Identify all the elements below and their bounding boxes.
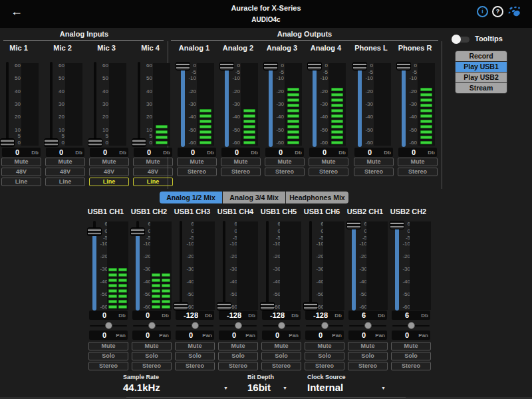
pan-knob[interactable] <box>321 322 329 329</box>
bit-depth-select[interactable]: Bit Depth 16bit ▼ <box>247 372 287 394</box>
stereo-button[interactable]: Stereo <box>132 362 172 370</box>
stereo-button[interactable]: Stereo <box>309 168 348 176</box>
pan-knob[interactable] <box>235 322 242 329</box>
pan-knob[interactable] <box>364 322 372 329</box>
pan-knob[interactable] <box>105 322 112 329</box>
line-button[interactable]: Line <box>133 178 173 186</box>
stereo-button[interactable]: Stereo <box>218 362 258 370</box>
mute-button[interactable]: Mute <box>398 158 438 166</box>
48v-button[interactable]: 48V <box>89 168 129 176</box>
stereo-button[interactable]: Stereo <box>177 168 217 176</box>
gain-value[interactable]: 0Db <box>354 148 393 157</box>
gain-value[interactable]: 0Db <box>2 148 41 157</box>
solo-button[interactable]: Solo <box>261 352 301 360</box>
mute-button[interactable]: Mute <box>354 158 394 166</box>
stereo-button[interactable]: Stereo <box>261 362 301 370</box>
stereo-button[interactable]: Stereo <box>175 362 215 370</box>
clock-source-select[interactable]: Clock Source Internal ▼ <box>307 372 386 394</box>
mute-button[interactable]: Mute <box>391 342 431 350</box>
pan-value[interactable]: 0Pan <box>262 331 301 340</box>
info-icon[interactable]: i <box>477 6 488 17</box>
stereo-button[interactable]: Stereo <box>88 362 128 370</box>
mute-button[interactable]: Mute <box>177 158 217 166</box>
mute-button[interactable]: Mute <box>348 342 388 350</box>
mute-button[interactable]: Mute <box>261 342 301 350</box>
help-icon[interactable]: ? <box>492 6 503 17</box>
gain-value[interactable]: 6Db <box>392 311 430 320</box>
pan-knob[interactable] <box>408 322 415 329</box>
stereo-button[interactable]: Stereo <box>221 168 261 176</box>
pan-value[interactable]: 0Pan <box>392 331 430 340</box>
mute-button[interactable]: Mute <box>218 342 258 350</box>
pan-knob[interactable] <box>192 322 199 329</box>
pan-slider[interactable] <box>176 322 213 330</box>
pan-value[interactable]: 0Pan <box>176 331 214 340</box>
gain-value[interactable]: 0Db <box>89 311 128 320</box>
mute-button[interactable]: Mute <box>265 158 305 166</box>
gain-value[interactable]: -128Db <box>176 311 214 320</box>
play-usb1-button[interactable]: Play USB1 <box>456 62 507 72</box>
tab-analog-3-4-mix[interactable]: Analog 3/4 Mix <box>223 192 286 203</box>
tab-analog-1-2-mix[interactable]: Analog 1/2 Mix <box>160 192 223 203</box>
solo-button[interactable]: Solo <box>305 352 344 360</box>
gain-value[interactable]: 0Db <box>90 148 128 157</box>
stereo-button[interactable]: Stereo <box>265 168 305 176</box>
line-button[interactable]: Line <box>89 178 129 186</box>
solo-button[interactable]: Solo <box>175 352 215 360</box>
48v-button[interactable]: 48V <box>45 168 85 176</box>
mute-button[interactable]: Mute <box>309 158 348 166</box>
solo-button[interactable]: Solo <box>132 352 172 360</box>
48v-button[interactable]: 48V <box>1 168 41 176</box>
gain-value[interactable]: 0Db <box>46 148 84 157</box>
play-usb2-button[interactable]: Play USB2 <box>456 72 507 83</box>
mute-button[interactable]: Mute <box>89 158 129 166</box>
tab-headphones-mix[interactable]: Headphones Mix <box>286 192 348 203</box>
stereo-button[interactable]: Stereo <box>391 362 431 370</box>
gain-value[interactable]: 6Db <box>348 311 387 320</box>
sample-rate-select[interactable]: Sample Rate 44.1kHz ▼ <box>123 372 228 394</box>
mute-button[interactable]: Mute <box>133 158 173 166</box>
mute-button[interactable]: Mute <box>1 158 41 166</box>
gain-value[interactable]: 0Db <box>309 148 348 157</box>
gain-value[interactable]: 0Db <box>178 148 216 157</box>
pan-slider[interactable] <box>349 322 386 330</box>
stereo-button[interactable]: Stereo <box>348 362 388 370</box>
mute-button[interactable]: Mute <box>132 342 172 350</box>
pan-value[interactable]: 0Pan <box>132 331 171 340</box>
record-button[interactable]: Record <box>456 51 507 62</box>
pan-slider[interactable] <box>263 322 300 330</box>
pan-slider[interactable] <box>133 322 170 330</box>
gain-value[interactable]: -128Db <box>262 311 301 320</box>
48v-button[interactable]: 48V <box>133 168 173 176</box>
solo-button[interactable]: Solo <box>391 352 431 360</box>
solo-button[interactable]: Solo <box>88 352 128 360</box>
mute-button[interactable]: Mute <box>305 342 344 350</box>
pan-knob[interactable] <box>278 322 285 329</box>
pan-slider[interactable] <box>306 322 343 330</box>
pan-value[interactable]: 0Pan <box>219 331 257 340</box>
gain-value[interactable]: 0Db <box>221 148 260 157</box>
solo-button[interactable]: Solo <box>218 352 258 360</box>
pan-slider[interactable] <box>392 322 430 330</box>
gain-value[interactable]: -128Db <box>219 311 257 320</box>
stereo-button[interactable]: Stereo <box>305 362 344 370</box>
line-button[interactable]: Line <box>1 178 41 186</box>
stream-button[interactable]: Stream <box>456 83 507 93</box>
pan-value[interactable]: 0Pan <box>348 331 387 340</box>
pan-knob[interactable] <box>148 322 156 329</box>
pan-slider[interactable] <box>219 322 257 330</box>
mute-button[interactable]: Mute <box>88 342 128 350</box>
gain-value[interactable]: 0Db <box>265 148 304 157</box>
mute-button[interactable]: Mute <box>45 158 85 166</box>
pan-value[interactable]: 0Pan <box>89 331 128 340</box>
gain-value[interactable]: -128Db <box>305 311 344 320</box>
gain-value[interactable]: 0Db <box>398 148 437 157</box>
solo-button[interactable]: Solo <box>348 352 388 360</box>
mute-button[interactable]: Mute <box>221 158 261 166</box>
gain-value[interactable]: 0Db <box>134 148 172 157</box>
stereo-button[interactable]: Stereo <box>354 168 394 176</box>
stereo-button[interactable]: Stereo <box>398 168 438 176</box>
line-button[interactable]: Line <box>45 178 85 186</box>
pan-value[interactable]: 0Pan <box>305 331 344 340</box>
gain-value[interactable]: 0Db <box>132 311 171 320</box>
